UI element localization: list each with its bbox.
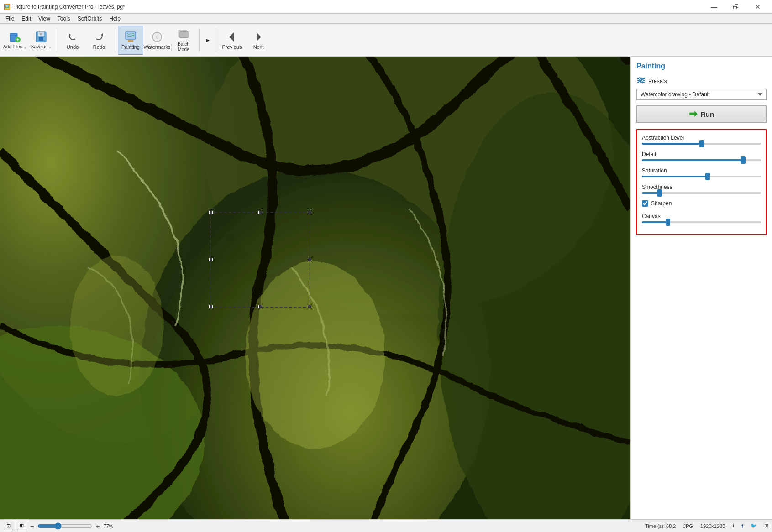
right-panel: Painting Presets Watercolor drawin bbox=[630, 57, 772, 519]
redo-button[interactable]: Redo bbox=[86, 26, 112, 55]
statusbar-left: ⊡ ⊞ − + 77% bbox=[4, 522, 113, 530]
fit-view-button[interactable]: ⊡ bbox=[4, 522, 13, 530]
save-as-label: Save as... bbox=[31, 44, 51, 50]
next-icon bbox=[252, 31, 265, 43]
watermarks-icon: © bbox=[151, 31, 163, 43]
canvas-label: Canvas bbox=[642, 213, 761, 219]
watermarks-label: Watermarks bbox=[144, 44, 171, 50]
facebook-icon[interactable]: f bbox=[741, 523, 743, 529]
painting-label: Painting bbox=[121, 44, 140, 50]
menu-edit[interactable]: Edit bbox=[18, 15, 35, 23]
undo-button[interactable]: Undo bbox=[60, 26, 85, 55]
statusbar-right: Time (s): 68.2 JPG 1920x1280 ℹ f 🐦 ⊞ bbox=[645, 523, 768, 529]
sharpen-label[interactable]: Sharpen bbox=[651, 200, 672, 207]
format-label: JPG bbox=[683, 523, 693, 529]
canvas-area[interactable] bbox=[0, 57, 630, 519]
statusbar: ⊡ ⊞ − + 77% Time (s): 68.2 JPG 1920x1280… bbox=[0, 519, 772, 532]
svg-marker-20 bbox=[257, 32, 261, 42]
menu-view[interactable]: View bbox=[35, 15, 54, 23]
detail-slider-wrapper bbox=[642, 159, 761, 161]
info-icon[interactable]: ℹ bbox=[732, 523, 734, 529]
run-button[interactable]: ➡ Run bbox=[636, 105, 767, 123]
toolbar-separator-1 bbox=[57, 29, 57, 52]
svg-text:©: © bbox=[155, 35, 159, 40]
svg-point-32 bbox=[639, 78, 641, 79]
presets-dropdown[interactable]: Watercolor drawing - Default Oil paintin… bbox=[636, 89, 767, 100]
menu-softorbits[interactable]: SoftOrbits bbox=[74, 15, 105, 23]
previous-icon bbox=[226, 31, 238, 43]
twitter-icon[interactable]: 🐦 bbox=[751, 523, 757, 529]
smoothness-row: Smoothness bbox=[642, 184, 761, 194]
run-arrow-icon: ➡ bbox=[689, 108, 697, 120]
batch-mode-label: Batch Mode bbox=[172, 42, 195, 52]
batch-mode-button[interactable]: Batch Mode bbox=[171, 26, 196, 55]
add-files-icon bbox=[8, 31, 21, 43]
add-files-button[interactable]: Add Files... bbox=[2, 26, 27, 55]
time-label: Time (s): 68.2 bbox=[645, 523, 676, 529]
painting-button[interactable]: Painting bbox=[118, 26, 143, 55]
svg-point-28 bbox=[70, 256, 163, 396]
minimize-button[interactable]: — bbox=[704, 0, 725, 14]
toolbar: Add Files... Save as... Undo Redo bbox=[0, 24, 772, 57]
panel-title: Painting bbox=[636, 62, 767, 70]
smoothness-slider-wrapper bbox=[642, 192, 761, 194]
windows-icon[interactable]: ⊞ bbox=[764, 523, 768, 529]
main-area: Painting Presets Watercolor drawin bbox=[0, 57, 772, 519]
toolbar-separator-4 bbox=[216, 29, 216, 52]
next-button[interactable]: Next bbox=[246, 26, 271, 55]
more-tools-button[interactable]: ▸ bbox=[202, 26, 213, 55]
svg-marker-19 bbox=[229, 32, 234, 42]
zoom-level: 77% bbox=[103, 523, 113, 529]
toolbar-separator-3 bbox=[199, 29, 200, 52]
time-value: 68.2 bbox=[666, 523, 676, 529]
presets-label: Presets bbox=[636, 76, 767, 86]
saturation-slider-wrapper bbox=[642, 176, 761, 177]
menubar: File Edit View Tools SoftOrbits Help bbox=[0, 14, 772, 24]
previous-button[interactable]: Previous bbox=[219, 26, 245, 55]
sharpen-row: Sharpen bbox=[642, 200, 761, 207]
close-button[interactable]: ✕ bbox=[747, 0, 768, 14]
svg-point-27 bbox=[245, 261, 385, 448]
svg-rect-13 bbox=[128, 40, 133, 42]
watermarks-button[interactable]: © Watermarks bbox=[144, 26, 170, 55]
menu-help[interactable]: Help bbox=[105, 15, 124, 23]
zoom-slider[interactable] bbox=[37, 522, 92, 530]
svg-rect-18 bbox=[178, 31, 179, 36]
painting-icon bbox=[124, 31, 137, 43]
svg-point-34 bbox=[639, 81, 641, 83]
previous-label: Previous bbox=[222, 44, 242, 50]
abstraction-level-slider-wrapper bbox=[642, 143, 761, 145]
toolbar-separator-2 bbox=[115, 29, 115, 52]
menu-file[interactable]: File bbox=[2, 15, 18, 23]
saturation-label: Saturation bbox=[642, 167, 761, 174]
redo-icon bbox=[93, 31, 105, 43]
zoom-in-icon[interactable]: + bbox=[96, 522, 100, 530]
titlebar-left: 🖼️ Picture to Painting Converter Pro - l… bbox=[4, 4, 125, 10]
save-as-icon bbox=[35, 31, 47, 43]
view-mode-button[interactable]: ⊞ bbox=[17, 522, 26, 530]
titlebar-title: Picture to Painting Converter Pro - leav… bbox=[13, 4, 125, 10]
svg-rect-8 bbox=[40, 33, 42, 35]
save-as-button[interactable]: Save as... bbox=[28, 26, 54, 55]
zoom-out-icon[interactable]: − bbox=[30, 522, 34, 530]
canvas-painting bbox=[0, 57, 630, 519]
canvas-slider-wrapper bbox=[642, 221, 761, 223]
sharpen-checkbox[interactable] bbox=[642, 200, 648, 207]
redo-label: Redo bbox=[93, 44, 105, 50]
next-label: Next bbox=[253, 44, 264, 50]
svg-rect-17 bbox=[180, 31, 188, 38]
svg-point-33 bbox=[641, 79, 643, 81]
detail-row: Detail bbox=[642, 151, 761, 161]
canvas-svg bbox=[0, 57, 630, 519]
abstraction-level-row: Abstraction Level bbox=[642, 135, 761, 145]
presets-settings-icon bbox=[636, 76, 646, 85]
canvas-row: Canvas bbox=[642, 213, 761, 223]
undo-label: Undo bbox=[67, 44, 79, 50]
svg-rect-7 bbox=[39, 37, 43, 41]
saturation-row: Saturation bbox=[642, 167, 761, 177]
add-files-label: Add Files... bbox=[3, 44, 26, 50]
undo-icon bbox=[66, 31, 79, 43]
batch-mode-icon bbox=[177, 28, 190, 41]
menu-tools[interactable]: Tools bbox=[54, 15, 74, 23]
restore-button[interactable]: 🗗 bbox=[725, 0, 746, 14]
